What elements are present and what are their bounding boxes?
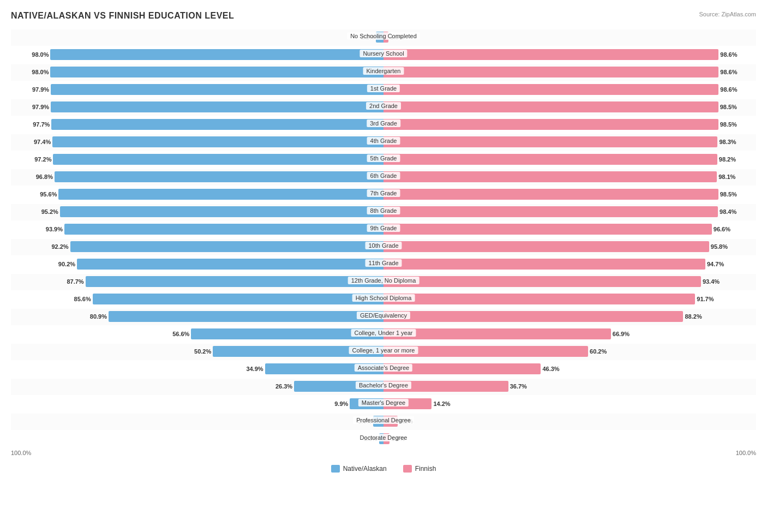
chart-row: 34.9%46.3%Associate's Degree	[11, 361, 756, 378]
bar-right	[384, 119, 718, 130]
val-right: 94.7%	[707, 259, 724, 270]
val-right: 98.5%	[720, 119, 737, 130]
chart-legend: Native/Alaskan Finnish	[11, 465, 756, 473]
row-label: Bachelor's Degree	[356, 381, 411, 389]
row-label: High School Diploma	[352, 294, 415, 302]
val-left: 56.6%	[172, 328, 189, 339]
bar-right	[384, 84, 718, 95]
chart-row: 80.9%88.2%GED/Equivalency	[11, 309, 756, 325]
val-right: 95.8%	[711, 241, 728, 252]
val-right: 98.4%	[720, 206, 736, 217]
bar-left	[51, 84, 384, 95]
val-left: 98.0%	[32, 67, 49, 77]
chart-row: 98.0%98.6%Nursery School	[11, 47, 756, 63]
bar-left	[51, 119, 384, 130]
chart-row: 93.9%96.6%9th Grade	[11, 222, 756, 238]
legend-color-right	[403, 465, 412, 473]
chart-row: 87.7%93.4%12th Grade, No Diploma	[11, 274, 756, 290]
chart-row: 92.2%95.8%10th Grade	[11, 239, 756, 255]
chart-row: 56.6%66.9%College, Under 1 year	[11, 326, 756, 343]
val-right: 88.2%	[685, 311, 702, 322]
bar-left	[64, 224, 384, 235]
bar-left	[52, 136, 384, 147]
chart-row: 96.8%98.1%6th Grade	[11, 169, 756, 186]
bar-right	[384, 101, 718, 112]
val-left: 80.9%	[90, 311, 107, 322]
row-label: 6th Grade	[367, 172, 400, 180]
val-right: 98.5%	[720, 101, 737, 112]
val-right: 98.6%	[720, 84, 737, 95]
val-right: 14.2%	[433, 398, 450, 409]
bar-right	[384, 136, 717, 147]
val-right: 98.2%	[719, 154, 736, 165]
bar-left	[58, 189, 384, 200]
val-left: 95.2%	[41, 206, 58, 217]
val-left: 97.2%	[34, 154, 51, 165]
chart-row: 97.4%98.3%4th Grade	[11, 134, 756, 151]
chart-container: NATIVE/ALASKAN VS FINNISH EDUCATION LEVE…	[0, 0, 767, 494]
row-label: 12th Grade, No Diploma	[348, 277, 420, 284]
val-right: 98.6%	[720, 49, 737, 60]
axis-labels: 100.0% 100.0%	[11, 450, 756, 456]
bar-right	[384, 67, 718, 77]
row-label: Doctorate Degree	[357, 434, 411, 441]
chart-row: 97.9%98.6%1st Grade	[11, 82, 756, 98]
val-left: 9.9%	[334, 398, 348, 409]
val-right: 46.3%	[542, 363, 559, 374]
val-left: 26.3%	[275, 381, 292, 392]
val-right: 98.1%	[718, 171, 735, 182]
val-right: 98.3%	[719, 136, 736, 147]
row-label: College, 1 year or more	[349, 346, 418, 354]
chart-area: 2.2%1.5%No Schooling Completed98.0%98.6%…	[11, 29, 756, 447]
bar-right	[384, 224, 712, 235]
chart-row: 50.2%60.2%College, 1 year or more	[11, 344, 756, 360]
bar-left	[53, 154, 384, 165]
val-left: 98.0%	[32, 49, 49, 60]
chart-row: 97.7%98.5%3rd Grade	[11, 117, 756, 133]
chart-row: 1.3%1.8%Doctorate Degree	[11, 431, 756, 447]
bar-right	[384, 171, 717, 182]
row-label: College, Under 1 year	[351, 329, 416, 337]
val-left: 97.4%	[34, 136, 51, 147]
val-right: 96.6%	[714, 224, 730, 235]
legend-color-left	[331, 465, 340, 473]
row-label: 7th Grade	[367, 189, 400, 197]
row-label: Nursery School	[359, 50, 407, 57]
row-label: 4th Grade	[367, 137, 400, 145]
val-left: 97.7%	[33, 119, 50, 130]
row-label: GED/Equivalency	[357, 312, 410, 319]
bar-left	[70, 241, 384, 252]
val-left: 93.9%	[46, 224, 63, 235]
row-label: 2nd Grade	[366, 102, 401, 110]
bar-right	[384, 154, 717, 165]
legend-item-right: Finnish	[403, 465, 436, 473]
val-left: 34.9%	[246, 363, 263, 374]
val-left: 90.2%	[58, 259, 75, 270]
chart-title: NATIVE/ALASKAN VS FINNISH EDUCATION LEVE…	[11, 11, 756, 21]
legend-label-left: Native/Alaskan	[343, 465, 387, 473]
chart-row: 95.2%98.4%8th Grade	[11, 204, 756, 220]
val-left: 50.2%	[194, 346, 211, 357]
bar-right	[384, 49, 718, 60]
bar-left	[86, 276, 384, 287]
chart-row: 90.2%94.7%11th Grade	[11, 256, 756, 273]
chart-row: 85.6%91.7%High School Diploma	[11, 291, 756, 308]
legend-label-right: Finnish	[415, 465, 436, 473]
bar-right	[384, 189, 718, 200]
val-left: 85.6%	[74, 294, 91, 304]
val-left: 92.2%	[51, 241, 68, 252]
row-label: Associate's Degree	[355, 364, 412, 372]
bar-left	[50, 49, 384, 60]
bar-right	[384, 276, 701, 287]
row-label: 5th Grade	[367, 154, 400, 162]
val-right: 91.7%	[697, 294, 714, 304]
val-left: 87.7%	[67, 276, 83, 287]
chart-row: 3.0%4.2%Professional Degree	[11, 414, 756, 430]
bar-left	[51, 101, 384, 112]
row-label: 1st Grade	[367, 85, 400, 92]
axis-left-label: 100.0%	[11, 450, 31, 456]
row-label: 9th Grade	[367, 224, 400, 232]
chart-row: 9.9%14.2%Master's Degree	[11, 396, 756, 413]
val-right: 93.4%	[703, 276, 720, 287]
row-label: Master's Degree	[358, 399, 409, 407]
